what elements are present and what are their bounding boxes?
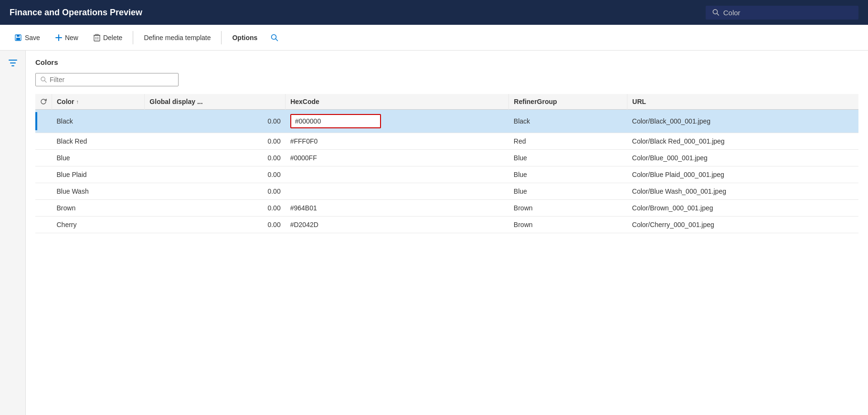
save-icon	[14, 34, 22, 42]
table-row[interactable]: Brown0.00#964B01BrownColor/Brown_000_001…	[35, 200, 858, 217]
cell-global-display: 0.00	[145, 150, 286, 166]
table-row[interactable]: Blue Wash0.00BlueColor/Blue Wash_000_001…	[35, 183, 858, 200]
cell-global-display: 0.00	[145, 183, 286, 200]
table-row[interactable]: Black Red0.00#FFF0F0RedColor/Black Red_0…	[35, 133, 858, 150]
row-indicator	[35, 110, 52, 133]
cell-url: Color/Blue_000_001.jpeg	[627, 150, 858, 166]
table-row[interactable]: Blue Plaid0.00BlueColor/Blue Plaid_000_0…	[35, 166, 858, 183]
filter-icon[interactable]	[8, 58, 18, 70]
toolbar-search-button[interactable]	[266, 29, 283, 46]
cell-refiner-group: Blue	[509, 183, 627, 200]
cell-url: Color/Cherry_000_001.jpeg	[627, 217, 858, 233]
cell-color: Cherry	[52, 217, 145, 233]
row-indicator	[35, 150, 52, 166]
top-search-box[interactable]	[706, 6, 858, 20]
cell-url: Color/Blue Wash_000_001.jpeg	[627, 183, 858, 200]
define-media-button[interactable]: Define media template	[137, 31, 217, 44]
cell-refiner-group: Brown	[509, 200, 627, 217]
cell-refiner-group: Blue	[509, 166, 627, 183]
cell-hexcode[interactable]	[286, 110, 509, 133]
filter-input[interactable]	[50, 76, 173, 83]
delete-button[interactable]: Delete	[87, 31, 129, 44]
cell-url: Color/Brown_000_001.jpeg	[627, 200, 858, 217]
th-hexcode-label: HexCode	[290, 98, 319, 105]
svg-line-13	[276, 39, 278, 41]
delete-label: Delete	[103, 34, 122, 42]
cell-refiner-group: Blue	[509, 150, 627, 166]
cell-global-display: 0.00	[145, 133, 286, 150]
sort-arrow-icon: ↑	[76, 99, 79, 104]
new-label: New	[65, 34, 78, 42]
options-label: Options	[232, 34, 257, 42]
hexcode-active-input[interactable]	[290, 114, 381, 128]
cell-color: Black Red	[52, 133, 145, 150]
cell-color: Black	[52, 110, 145, 133]
filter-input-wrap[interactable]	[35, 73, 179, 86]
main-area: Colors	[0, 51, 868, 415]
svg-rect-7	[94, 35, 100, 41]
cell-global-display: 0.00	[145, 166, 286, 183]
toolbar: Save New Delete Define media template Op…	[0, 25, 868, 51]
cell-url: Color/Blue Plaid_000_001.jpeg	[627, 166, 858, 183]
options-button[interactable]: Options	[225, 31, 264, 44]
cell-color: Brown	[52, 200, 145, 217]
cell-color: Blue Plaid	[52, 166, 145, 183]
cell-hexcode: #D2042D	[286, 217, 509, 233]
top-bar: Finance and Operations Preview	[0, 0, 868, 25]
new-button[interactable]: New	[49, 31, 85, 44]
cell-hexcode: #FFF0F0	[286, 133, 509, 150]
row-indicator	[35, 166, 52, 183]
sidebar	[0, 51, 26, 415]
table-row[interactable]: Cherry0.00#D2042DBrownColor/Cherry_000_0…	[35, 217, 858, 233]
cell-url: Color/Black_000_001.jpeg	[627, 110, 858, 133]
filter-search-icon	[41, 76, 47, 83]
cell-hexcode	[286, 183, 509, 200]
define-media-label: Define media template	[144, 34, 211, 42]
th-global-display[interactable]: Global display ...	[145, 94, 286, 110]
cell-color: Blue Wash	[52, 183, 145, 200]
row-indicator	[35, 200, 52, 217]
cell-hexcode: #964B01	[286, 200, 509, 217]
cell-url: Color/Black Red_000_001.jpeg	[627, 133, 858, 150]
content-panel: Colors	[26, 51, 868, 415]
row-indicator	[35, 183, 52, 200]
app-title: Finance and Operations Preview	[10, 8, 706, 18]
cell-refiner-group: Brown	[509, 217, 627, 233]
toolbar-search-icon	[271, 34, 278, 42]
cell-refiner-group: Black	[509, 110, 627, 133]
th-url[interactable]: URL	[627, 94, 858, 110]
table-row[interactable]: Blue0.00#0000FFBlueColor/Blue_000_001.jp…	[35, 150, 858, 166]
cell-refiner-group: Red	[509, 133, 627, 150]
th-color-label: Color	[57, 98, 74, 105]
toolbar-divider	[133, 31, 133, 44]
cell-global-display: 0.00	[145, 200, 286, 217]
th-refresh[interactable]	[35, 94, 52, 110]
section-title: Colors	[35, 58, 858, 66]
refresh-icon[interactable]	[40, 98, 47, 105]
th-hexcode[interactable]: HexCode	[286, 94, 509, 110]
row-indicator	[35, 133, 52, 150]
plus-icon	[55, 34, 62, 41]
th-refiner-group[interactable]: RefinerGroup	[509, 94, 627, 110]
svg-rect-3	[17, 35, 20, 37]
top-search-input[interactable]	[723, 9, 852, 17]
cell-global-display: 0.00	[145, 110, 286, 133]
th-global-display-label: Global display ...	[149, 98, 202, 105]
save-label: Save	[25, 34, 40, 42]
th-url-label: URL	[632, 98, 646, 105]
cell-color: Blue	[52, 150, 145, 166]
cell-global-display: 0.00	[145, 217, 286, 233]
data-table: Color ↑ Global display ... HexCode Refin…	[35, 94, 858, 233]
save-button[interactable]: Save	[8, 31, 47, 44]
th-color[interactable]: Color ↑	[52, 94, 145, 110]
delete-icon	[94, 34, 100, 42]
table-row[interactable]: Black0.00BlackColor/Black_000_001.jpeg	[35, 110, 858, 133]
svg-rect-11	[95, 34, 98, 35]
table-header-row: Color ↑ Global display ... HexCode Refin…	[35, 94, 858, 110]
row-indicator	[35, 217, 52, 233]
svg-line-15	[44, 81, 46, 83]
cell-hexcode	[286, 166, 509, 183]
svg-rect-4	[16, 38, 20, 40]
toolbar-divider-2	[221, 31, 222, 44]
svg-line-1	[717, 13, 719, 15]
